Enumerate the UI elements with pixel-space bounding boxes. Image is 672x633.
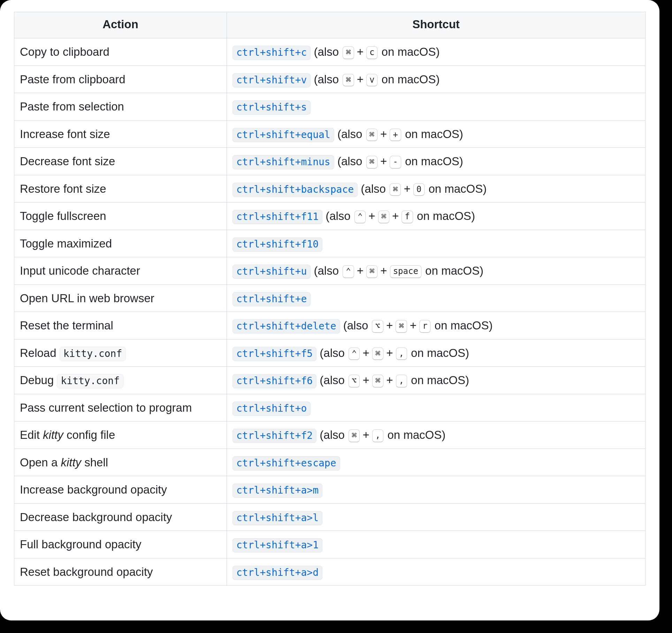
italic-text: kitty — [43, 428, 63, 441]
shortcut-cell: ctrl+shift+minus (also ⌘+- on macOS) — [227, 148, 646, 175]
key-plus: + — [378, 125, 389, 143]
keycap: ⌘ — [343, 74, 354, 87]
keycap: ⌘ — [372, 348, 383, 360]
table-row: Decrease font sizectrl+shift+minus (also… — [14, 148, 646, 175]
action-cell: Toggle maximized — [14, 230, 227, 257]
table-row: Paste from selectionctrl+shift+s — [14, 93, 646, 121]
key-plus: + — [355, 71, 366, 88]
macos-note-close: on macOS) — [384, 428, 445, 441]
keycap: , — [372, 429, 383, 442]
keycap: c — [366, 46, 377, 59]
keycap: ⌘ — [349, 429, 360, 442]
primary-shortcut: ctrl+shift+f2 — [232, 429, 316, 443]
table-row: Reset background opacityctrl+shift+a>d — [14, 558, 646, 586]
shortcut-cell: ctrl+shift+o — [227, 394, 646, 421]
action-cell: Reset the terminal — [14, 312, 227, 340]
keycap: ⌘ — [366, 156, 377, 169]
primary-shortcut: ctrl+shift+o — [232, 402, 311, 416]
macos-note-close: on macOS) — [402, 155, 463, 168]
key-plus: + — [384, 344, 395, 362]
primary-shortcut: ctrl+shift+backspace — [232, 183, 358, 197]
keycap: ⌘ — [396, 320, 407, 333]
keycap: ⌘ — [390, 183, 401, 196]
shortcut-cell: ctrl+shift+a>l — [227, 503, 646, 531]
table-row: Full background opacityctrl+shift+a>1 — [14, 531, 646, 558]
table-row: Pass current selection to programctrl+sh… — [14, 394, 646, 421]
macos-note-close: on macOS) — [422, 264, 483, 277]
macos-note-close: on macOS) — [408, 374, 469, 387]
primary-shortcut: ctrl+shift+v — [232, 73, 311, 87]
keycap: ⌘ — [366, 265, 377, 278]
primary-shortcut: ctrl+shift+f11 — [232, 210, 322, 224]
action-cell: Decrease font size — [14, 148, 227, 175]
macos-note-close: on macOS) — [425, 182, 487, 195]
italic-text: kitty — [61, 456, 81, 469]
key-plus: + — [366, 207, 377, 225]
primary-shortcut: ctrl+shift+u — [232, 265, 311, 279]
action-cell: Edit kitty config file — [14, 421, 227, 449]
action-cell: Decrease background opacity — [14, 503, 227, 531]
macos-note-open: (also — [343, 319, 372, 332]
shortcut-cell: ctrl+shift+f6 (also ⌥+⌘+, on macOS) — [227, 367, 646, 394]
table-row: Open URL in web browserctrl+shift+e — [14, 284, 646, 312]
primary-shortcut: ctrl+shift+a>l — [232, 511, 322, 525]
key-plus: + — [384, 317, 395, 334]
table-row: Toggle fullscreenctrl+shift+f11 (also ⌃+… — [14, 203, 646, 230]
action-cell: Increase background opacity — [14, 476, 227, 504]
action-cell: Pass current selection to program — [14, 394, 227, 421]
macos-note-open: (also — [320, 374, 348, 387]
table-row: Reset the terminalctrl+shift+delete (als… — [14, 312, 646, 340]
macos-note-open: (also — [326, 209, 354, 222]
primary-shortcut: ctrl+shift+a>d — [232, 566, 322, 580]
action-cell: Restore font size — [14, 175, 227, 203]
col-header-action: Action — [14, 12, 227, 38]
shortcut-cell: ctrl+shift+equal (also ⌘++ on macOS) — [227, 120, 646, 148]
action-cell: Open a kitty shell — [14, 449, 227, 476]
shortcut-cell: ctrl+shift+f5 (also ⌃+⌘+, on macOS) — [227, 339, 646, 367]
table-row: Increase font sizectrl+shift+equal (also… — [14, 120, 646, 148]
keycap: ⌃ — [354, 211, 366, 223]
primary-shortcut: ctrl+shift+a>m — [232, 483, 322, 498]
col-header-shortcut: Shortcut — [227, 12, 646, 38]
key-plus: + — [378, 153, 389, 170]
key-plus: + — [360, 372, 371, 389]
keycap: v — [366, 74, 377, 87]
action-cell: Increase font size — [14, 120, 227, 148]
key-plus: + — [355, 43, 366, 61]
primary-shortcut: ctrl+shift+s — [232, 100, 311, 115]
macos-note-open: (also — [320, 346, 348, 359]
keycap: , — [396, 348, 407, 360]
key-plus: + — [360, 344, 371, 362]
keycap: f — [402, 211, 413, 223]
keycap: space — [390, 265, 421, 278]
key-plus: + — [360, 426, 371, 444]
inline-code: kitty.conf — [57, 374, 123, 388]
action-cell: Paste from clipboard — [14, 66, 227, 93]
key-plus: + — [402, 180, 412, 198]
primary-shortcut: ctrl+shift+minus — [232, 155, 334, 169]
macos-note-open: (also — [314, 45, 342, 58]
table-row: Copy to clipboardctrl+shift+c (also ⌘+c … — [14, 38, 646, 66]
keycap: - — [390, 156, 401, 169]
macos-note-open: (also — [320, 428, 348, 441]
shortcut-cell: ctrl+shift+f2 (also ⌘+, on macOS) — [227, 421, 646, 449]
action-cell: Toggle fullscreen — [14, 203, 227, 230]
key-plus: + — [355, 262, 366, 280]
shortcut-cell: ctrl+shift+c (also ⌘+c on macOS) — [227, 38, 646, 66]
primary-shortcut: ctrl+shift+escape — [232, 456, 340, 471]
macos-note-open: (also — [337, 128, 366, 140]
shortcut-cell: ctrl+shift+delete (also ⌥+⌘+r on macOS) — [227, 312, 646, 340]
shortcut-cell: ctrl+shift+v (also ⌘+v on macOS) — [227, 66, 646, 93]
keycap: + — [390, 129, 401, 142]
key-plus: + — [378, 262, 389, 280]
action-cell: Reload kitty.conf — [14, 339, 227, 367]
primary-shortcut: ctrl+shift+e — [232, 292, 311, 306]
shortcut-cell: ctrl+shift+backspace (also ⌘+0 on macOS) — [227, 175, 646, 203]
action-cell: Paste from selection — [14, 93, 227, 121]
table-row: Paste from clipboardctrl+shift+v (also ⌘… — [14, 66, 646, 93]
table-row: Open a kitty shellctrl+shift+escape — [14, 449, 646, 476]
shortcut-cell: ctrl+shift+f10 — [227, 230, 646, 257]
macos-note-close: on macOS) — [414, 209, 475, 222]
shortcut-cell: ctrl+shift+a>m — [227, 476, 646, 504]
key-plus: + — [408, 317, 419, 334]
